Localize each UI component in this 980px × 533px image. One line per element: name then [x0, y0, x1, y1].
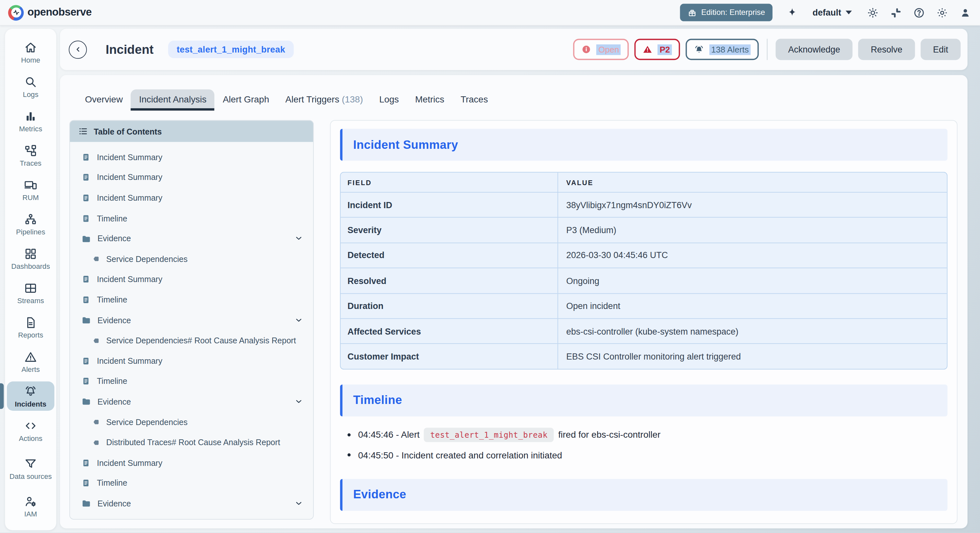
tab-label: Metrics	[415, 94, 444, 104]
toc-item-service-dependencies[interactable]: Service Dependencies	[70, 412, 313, 432]
chevron-down-icon[interactable]	[294, 499, 303, 508]
toc-item-label: Evidence	[97, 316, 131, 325]
toc-item-service-dependencies-root-cause-analysis-report[interactable]: Service Dependencies# Root Cause Analysi…	[70, 330, 313, 351]
toc-item-timeline[interactable]: Timeline	[70, 289, 313, 310]
actions-icon	[24, 419, 37, 432]
toc-item-incident-summary[interactable]: Incident Summary	[70, 188, 313, 208]
toc-item-label: Incident Summary	[97, 274, 162, 284]
slack-icon[interactable]	[889, 6, 902, 19]
chevron-down-icon[interactable]	[294, 397, 303, 406]
status-badge-open: Open	[573, 39, 629, 60]
theme-toggle-sun-icon[interactable]	[866, 6, 879, 19]
resolve-button[interactable]: Resolve	[858, 39, 915, 60]
incident-header: Incident test_alert_1_might_break Open P…	[60, 29, 967, 70]
toc-item-incident-summary[interactable]: Incident Summary	[70, 351, 313, 371]
sidebar-item-incidents[interactable]: Incidents	[5, 379, 56, 413]
toc-item-label: Service Dependencies	[106, 417, 188, 427]
sidebar-item-actions[interactable]: Actions	[5, 413, 56, 448]
toc-item-evidence[interactable]: Evidence	[70, 310, 313, 330]
section-title: Incident Summary	[353, 138, 458, 152]
top-navbar: openobserve Edition: Enterprise default	[0, 0, 980, 26]
warning-triangle-icon	[643, 45, 653, 54]
toc-item-incident-summary[interactable]: Incident Summary	[70, 269, 313, 289]
toc-item-evidence[interactable]: Evidence	[70, 392, 313, 412]
toc-item-incident-summary[interactable]: Incident Summary	[70, 147, 313, 167]
settings-gear-icon[interactable]	[935, 6, 948, 19]
bullet-tag-icon	[92, 337, 100, 344]
toc-item-label: Incident Summary	[97, 173, 162, 182]
toc-item-label: Timeline	[97, 214, 127, 223]
sidebar-item-streams[interactable]: Streams	[5, 276, 56, 310]
document-icon	[81, 295, 91, 305]
incident-name-badge[interactable]: test_alert_1_might_break	[168, 40, 294, 58]
sidebar-item-label: Data sources	[10, 472, 52, 480]
tab-label: Incident Analysis	[139, 94, 207, 104]
bullet-icon	[347, 433, 351, 436]
sidebar-item-data-sources[interactable]: Data sources	[5, 448, 56, 489]
org-selector[interactable]: default	[813, 8, 852, 18]
value-cell: EBS CSI Controller monitoring alert trig…	[558, 344, 947, 369]
sidebar-item-iam[interactable]: IAM	[5, 489, 56, 523]
openobserve-logo[interactable]: openobserve	[8, 5, 91, 20]
sidebar-item-home[interactable]: Home	[5, 35, 56, 69]
sidebar-item-pipelines[interactable]: Pipelines	[5, 207, 56, 241]
traces-icon	[24, 144, 37, 158]
incidents-icon	[24, 385, 37, 398]
sidebar-item-traces[interactable]: Traces	[5, 138, 56, 172]
priority-badge: P2	[635, 39, 680, 60]
tab-alert-graph[interactable]: Alert Graph	[215, 89, 277, 111]
help-icon[interactable]	[913, 6, 925, 19]
tab-logs[interactable]: Logs	[371, 89, 407, 111]
toc-item-timeline[interactable]: Timeline	[70, 208, 313, 228]
toc-item-service-dependencies[interactable]: Service Dependencies	[70, 249, 313, 270]
bullet-tag-icon	[92, 255, 100, 263]
toc-item-incident-summary[interactable]: Incident Summary	[70, 453, 313, 473]
chevron-down-icon[interactable]	[294, 234, 303, 243]
dashboards-icon	[24, 247, 37, 261]
tab-incident-analysis[interactable]: Incident Analysis	[131, 89, 215, 111]
acknowledge-button[interactable]: Acknowledge	[775, 39, 853, 60]
chevron-down-icon[interactable]	[294, 316, 303, 324]
sidebar-item-label: Dashboards	[11, 263, 50, 270]
toc-item-evidence[interactable]: Evidence	[70, 228, 313, 249]
sparkle-icon[interactable]	[786, 6, 798, 19]
sidebar-item-dashboards[interactable]: Dashboards	[5, 241, 56, 276]
sidebar-item-alerts[interactable]: Alerts	[5, 345, 56, 379]
edit-button[interactable]: Edit	[921, 39, 961, 60]
timeline-event: 04:45:46 - Alerttest_alert_1_might_break…	[347, 428, 947, 442]
toc-item-distributed-traces-root-cause-analysis-report[interactable]: Distributed Traces# Root Cause Analysis …	[70, 432, 313, 453]
sidebar-item-logs[interactable]: Logs	[5, 69, 56, 104]
document-icon	[81, 152, 91, 162]
user-icon[interactable]	[959, 6, 971, 19]
folder-icon	[81, 397, 91, 407]
tab-overview[interactable]: Overview	[77, 89, 131, 111]
openobserve-logo-icon	[8, 5, 24, 20]
sidebar-item-rum[interactable]: RUM	[5, 172, 56, 207]
sidebar-item-metrics[interactable]: Metrics	[5, 104, 56, 138]
column-header-value: VALUE	[558, 172, 947, 192]
back-button[interactable]	[69, 40, 87, 58]
toc-item-timeline[interactable]: Timeline	[70, 473, 313, 493]
incident-analysis-panel[interactable]: Incident Summary FIELDVALUEIncident ID38…	[330, 120, 957, 524]
toc-item-incident-summary[interactable]: Incident Summary	[70, 167, 313, 188]
toc-item-label: Service Dependencies# Root Cause Analysi…	[106, 336, 296, 345]
field-cell: Customer Impact	[340, 344, 558, 369]
toc-item-evidence[interactable]: Evidence	[70, 493, 313, 514]
tab-traces[interactable]: Traces	[452, 89, 496, 111]
tab-label: Logs	[379, 94, 399, 104]
document-icon	[81, 193, 91, 203]
tab-metrics[interactable]: Metrics	[407, 89, 452, 111]
table-row: SeverityP3 (Medium)	[340, 217, 947, 243]
toc-item-timeline[interactable]: Timeline	[70, 371, 313, 392]
edition-badge-label: Edition: Enterprise	[701, 8, 765, 17]
field-cell: Resolved	[340, 268, 558, 293]
sidebar-item-label: Home	[21, 56, 40, 64]
toc-header: Table of Contents	[70, 121, 313, 142]
table-of-contents-panel: Table of Contents Incident SummaryIncide…	[69, 120, 314, 519]
sidebar-item-reports[interactable]: Reports	[5, 310, 56, 345]
toc-item-label: Incident Summary	[97, 193, 162, 203]
alert-name-code-chip: test_alert_1_might_break	[424, 428, 554, 442]
bullet-tag-icon	[92, 418, 100, 426]
rum-icon	[24, 178, 37, 192]
tab-alert-triggers[interactable]: Alert Triggers (138)	[277, 89, 371, 111]
